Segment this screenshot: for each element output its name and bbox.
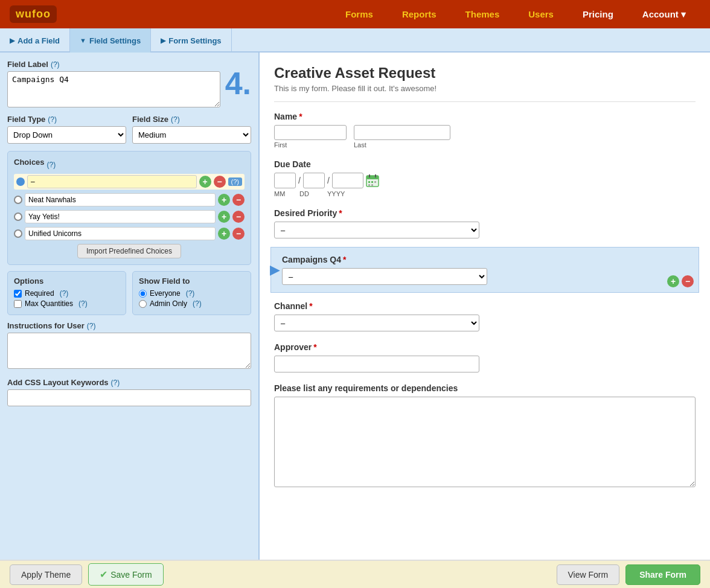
tab-add-field[interactable]: ▶ Add a Field	[0, 28, 70, 53]
max-quantities-help[interactable]: (?)	[78, 299, 88, 308]
channel-select[interactable]: –	[274, 315, 479, 331]
tab-form-settings[interactable]: ▶ Form Settings	[151, 28, 231, 53]
required-checkbox[interactable]	[14, 290, 22, 298]
desired-priority-field-group: Desired Priority* –	[274, 208, 696, 238]
approver-input[interactable]	[274, 356, 479, 372]
wufoo-logo[interactable]: wufoo	[10, 5, 57, 23]
css-keywords-input[interactable]	[7, 389, 251, 406]
instructions-help[interactable]: (?)	[87, 322, 96, 330]
field-label-input[interactable]: Campaigns Q4	[7, 71, 220, 107]
tab-form-settings-arrow: ▶	[161, 37, 165, 45]
nav-pricing[interactable]: Pricing	[568, 0, 628, 28]
choice-radio-3[interactable]	[14, 229, 22, 238]
choice-add-0[interactable]: +	[199, 176, 211, 188]
campaigns-q4-select[interactable]: –	[282, 268, 487, 285]
field-remove-button[interactable]: −	[682, 275, 694, 287]
first-name-label: First	[274, 141, 347, 149]
choice-input-2[interactable]	[25, 210, 216, 223]
requirements-label: Please list any requirements or dependen…	[274, 383, 696, 393]
svg-rect-6	[374, 181, 376, 183]
choice-add-1[interactable]: +	[218, 194, 230, 206]
instructions-heading: Instructions for User	[7, 321, 85, 330]
field-size-help[interactable]: (?)	[171, 115, 180, 124]
choice-input-3[interactable]	[25, 227, 216, 240]
everyone-radio[interactable]	[139, 290, 147, 298]
instructions-label-row: Instructions for User (?)	[7, 321, 251, 330]
choices-help[interactable]: (?)	[47, 161, 56, 169]
field-label-help[interactable]: (?)	[51, 60, 60, 69]
date-yyyy-input[interactable]	[332, 173, 363, 188]
choice-radio-1[interactable]	[14, 196, 22, 204]
form-title: Creative Asset Request	[274, 65, 696, 81]
nav-reports[interactable]: Reports	[388, 0, 451, 28]
field-type-help[interactable]: (?)	[48, 115, 57, 124]
view-form-button[interactable]: View Form	[557, 564, 620, 585]
show-field-title: Show Field to	[139, 276, 245, 286]
admin-only-help[interactable]: (?)	[193, 299, 202, 308]
field-type-size-section: Field Type (?) Drop Down Text Number Fie…	[7, 115, 251, 144]
date-inputs: / /	[274, 173, 696, 188]
date-labels: MM DD YYYY	[274, 190, 696, 197]
choice-add-3[interactable]: +	[218, 228, 230, 240]
css-keywords-help[interactable]: (?)	[111, 379, 120, 387]
bottom-bar: Apply Theme ✔ Save Form View Form Share …	[0, 560, 710, 588]
campaigns-q4-active-section: ▶ Campaigns Q4* – + −	[270, 247, 699, 293]
channel-label: Channel*	[274, 301, 696, 311]
tabs-bar: ▶ Add a Field ▼ Field Settings ▶ Form Se…	[0, 28, 710, 53]
choice-remove-0[interactable]: −	[214, 176, 226, 188]
choices-header-row: Choices (?)	[14, 158, 245, 171]
max-quantities-checkbox[interactable]	[14, 300, 22, 308]
field-size-col: Field Size (?) Small Medium Large	[132, 115, 251, 144]
save-form-label: Save Form	[110, 570, 152, 580]
choice-radio-0[interactable]	[16, 177, 25, 186]
choice-remove-2[interactable]: −	[232, 211, 245, 223]
due-date-field-group: Due Date / /	[274, 159, 696, 197]
tab-field-settings[interactable]: ▼ Field Settings	[70, 28, 151, 53]
tab-add-field-arrow: ▶	[10, 37, 14, 45]
approver-field-group: Approver*	[274, 342, 696, 372]
field-size-row: Field Size (?)	[132, 115, 251, 124]
max-quantities-row: Max Quantities (?)	[14, 299, 120, 308]
desired-priority-label: Desired Priority*	[274, 208, 696, 218]
choice-radio-2[interactable]	[14, 213, 22, 221]
nav-links: Forms Reports Themes Users Pricing Accou…	[331, 0, 700, 28]
calendar-icon[interactable]	[366, 174, 379, 187]
choice-input-1[interactable]	[25, 193, 216, 206]
first-name-input[interactable]	[274, 125, 347, 140]
mm-label: MM	[274, 190, 296, 197]
choice-add-2[interactable]: +	[218, 211, 230, 223]
nav-account[interactable]: Account ▾	[628, 0, 700, 28]
field-size-select[interactable]: Small Medium Large	[132, 126, 251, 144]
everyone-help[interactable]: (?)	[186, 289, 195, 298]
field-add-button[interactable]: +	[667, 275, 679, 287]
share-form-button[interactable]: Share Form	[625, 564, 700, 585]
field-label-row: Field Label (?)	[7, 60, 251, 69]
field-type-select[interactable]: Drop Down Text Number	[7, 126, 126, 144]
choice-input-0[interactable]	[27, 175, 197, 188]
nav-themes[interactable]: Themes	[451, 0, 514, 28]
choice-help-0[interactable]: (?)	[228, 177, 242, 186]
admin-only-radio[interactable]	[139, 300, 147, 308]
show-field-box: Show Field to Everyone (?) Admin Only (?…	[132, 271, 251, 315]
svg-rect-4	[368, 181, 370, 183]
choice-remove-1[interactable]: −	[232, 194, 245, 206]
save-form-button[interactable]: ✔ Save Form	[88, 563, 163, 586]
import-predefined-button[interactable]: Import Predefined Choices	[77, 244, 181, 258]
last-name-input[interactable]	[354, 125, 450, 140]
instructions-section: Instructions for User (?)	[7, 321, 251, 371]
yyyy-label: YYYY	[327, 190, 359, 197]
instructions-input[interactable]	[7, 333, 251, 369]
nav-users[interactable]: Users	[514, 0, 568, 28]
nav-forms[interactable]: Forms	[331, 0, 388, 28]
apply-theme-button[interactable]: Apply Theme	[10, 564, 82, 585]
required-help[interactable]: (?)	[60, 289, 69, 298]
form-subtitle: This is my form. Please fill it out. It'…	[274, 84, 696, 102]
date-mm-input[interactable]	[274, 173, 296, 188]
requirements-textarea[interactable]	[274, 397, 696, 487]
top-navigation: wufoo Forms Reports Themes Users Pricing…	[0, 0, 710, 28]
date-dd-input[interactable]	[303, 173, 325, 188]
choice-remove-3[interactable]: −	[232, 228, 245, 240]
tab-field-settings-arrow: ▼	[80, 37, 86, 44]
max-quantities-label: Max Quantities	[25, 299, 73, 308]
desired-priority-select[interactable]: –	[274, 222, 479, 238]
